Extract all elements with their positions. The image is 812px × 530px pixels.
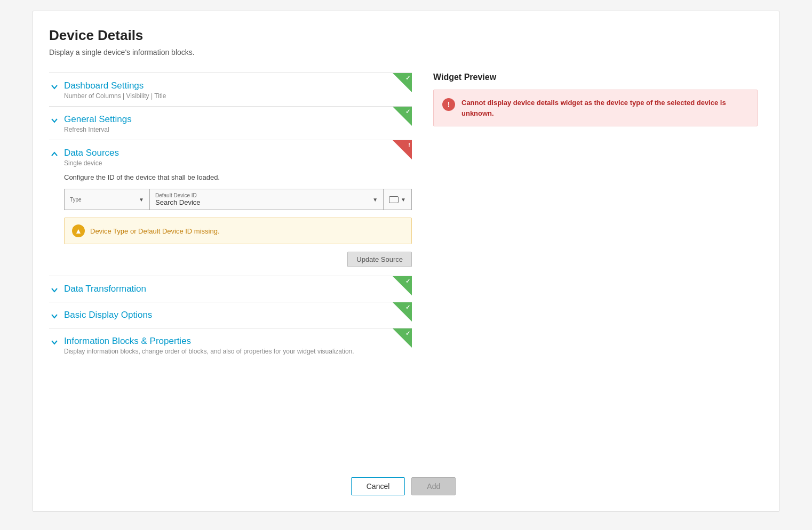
type-dropdown-label-group: Type — [70, 197, 82, 203]
left-panel: Dashboard Settings Number of Columns | V… — [49, 73, 412, 445]
data-sources-title: Data Sources — [64, 148, 412, 158]
device-id-value: Search Device — [155, 198, 201, 206]
data-transformation-status: ✓ — [393, 276, 412, 295]
error-box: ! Cannot display device details widget a… — [433, 90, 758, 126]
type-dropdown[interactable]: Type ▼ — [64, 189, 149, 210]
general-settings-header[interactable]: General Settings Refresh Interval — [49, 107, 412, 140]
type-label: Type — [70, 197, 82, 203]
warning-icon: ! — [408, 142, 410, 148]
device-id-inner: Default Device ID Search Device — [155, 192, 201, 206]
basic-display-options-header[interactable]: Basic Display Options — [49, 302, 412, 328]
data-transformation-title: Data Transformation — [64, 284, 412, 294]
warning-triangle-icon: ▲ — [72, 224, 85, 237]
general-settings-title-group: General Settings Refresh Interval — [64, 114, 412, 133]
section-general-settings: General Settings Refresh Interval ✓ — [49, 106, 412, 140]
data-transformation-header[interactable]: Data Transformation — [49, 276, 412, 302]
error-circle-icon: ! — [442, 98, 455, 111]
update-source-row: Update Source — [64, 252, 412, 267]
section-data-sources: Data Sources Single device ! Configure t… — [49, 140, 412, 276]
data-sources-header[interactable]: Data Sources Single device — [49, 140, 412, 173]
chevron-down-icon — [49, 311, 60, 322]
section-information-blocks: Information Blocks & Properties Display … — [49, 328, 412, 362]
data-sources-title-group: Data Sources Single device — [64, 148, 412, 167]
check-icon: ✓ — [405, 75, 410, 82]
cancel-button[interactable]: Cancel — [351, 477, 405, 495]
basic-display-options-status: ✓ — [393, 302, 412, 322]
chevron-down-icon — [49, 337, 60, 348]
keyboard-icon — [389, 196, 399, 203]
warning-box: ▲ Device Type or Default Device ID missi… — [64, 218, 412, 244]
widget-preview-title: Widget Preview — [433, 73, 758, 82]
chevron-down-icon — [49, 285, 60, 295]
device-id-dropdown[interactable]: Default Device ID Search Device ▼ — [149, 189, 383, 210]
data-sources-subtitle: Single device — [64, 159, 412, 167]
dashboard-settings-subtitle: Number of Columns | Visibility | Title — [64, 92, 412, 100]
basic-display-options-title-group: Basic Display Options — [64, 310, 412, 320]
check-icon: ✓ — [405, 278, 410, 285]
general-settings-title: General Settings — [64, 114, 412, 125]
dashboard-settings-title-group: Dashboard Settings Number of Columns | V… — [64, 81, 412, 100]
data-sources-status: ! — [393, 140, 412, 159]
section-basic-display-options: Basic Display Options ✓ — [49, 302, 412, 328]
page-subtitle: Display a single device's information bl… — [49, 48, 758, 57]
dashboard-settings-header[interactable]: Dashboard Settings Number of Columns | V… — [49, 73, 412, 106]
information-blocks-title: Information Blocks & Properties — [64, 336, 412, 347]
dropdown-row: Type ▼ Default Device ID Search Device ▼ — [64, 189, 412, 210]
general-settings-subtitle: Refresh Interval — [64, 126, 412, 133]
basic-display-options-title: Basic Display Options — [64, 310, 412, 320]
check-icon: ✓ — [405, 108, 410, 115]
chevron-down-icon — [49, 115, 60, 126]
right-panel: Widget Preview ! Cannot display device d… — [433, 73, 758, 445]
information-blocks-header[interactable]: Information Blocks & Properties Display … — [49, 328, 412, 362]
dashboard-settings-status: ✓ — [393, 73, 412, 92]
chevron-up-icon — [49, 149, 60, 159]
information-blocks-status: ✓ — [393, 328, 412, 348]
general-settings-status: ✓ — [393, 107, 412, 126]
device-dropdown-arrow-icon: ▼ — [372, 197, 378, 203]
ds-description: Configure the ID of the device that shal… — [64, 173, 412, 181]
error-message: Cannot display device details widget as … — [461, 98, 749, 118]
keyboard-button[interactable]: ▼ — [383, 189, 412, 210]
warning-message: Device Type or Default Device ID missing… — [90, 227, 220, 235]
check-icon: ✓ — [405, 304, 410, 311]
update-source-button[interactable]: Update Source — [347, 252, 412, 267]
icon-btn-arrow: ▼ — [401, 197, 406, 203]
data-sources-content: Configure the ID of the device that shal… — [49, 173, 412, 276]
modal-container: Device Details Display a single device's… — [33, 11, 779, 512]
dropdown-arrow-icon: ▼ — [139, 197, 144, 203]
page-title: Device Details — [49, 27, 758, 44]
chevron-down-icon — [49, 82, 60, 92]
device-id-label: Default Device ID — [155, 192, 201, 198]
main-content: Dashboard Settings Number of Columns | V… — [49, 73, 758, 445]
check-icon: ✓ — [405, 330, 410, 337]
information-blocks-subtitle: Display information blocks, change order… — [64, 348, 412, 355]
dashboard-settings-title: Dashboard Settings — [64, 81, 412, 91]
add-button[interactable]: Add — [411, 477, 456, 495]
data-transformation-title-group: Data Transformation — [64, 284, 412, 294]
section-data-transformation: Data Transformation ✓ — [49, 276, 412, 302]
information-blocks-title-group: Information Blocks & Properties Display … — [64, 336, 412, 355]
footer: Cancel Add — [49, 467, 758, 495]
section-dashboard-settings: Dashboard Settings Number of Columns | V… — [49, 73, 412, 106]
